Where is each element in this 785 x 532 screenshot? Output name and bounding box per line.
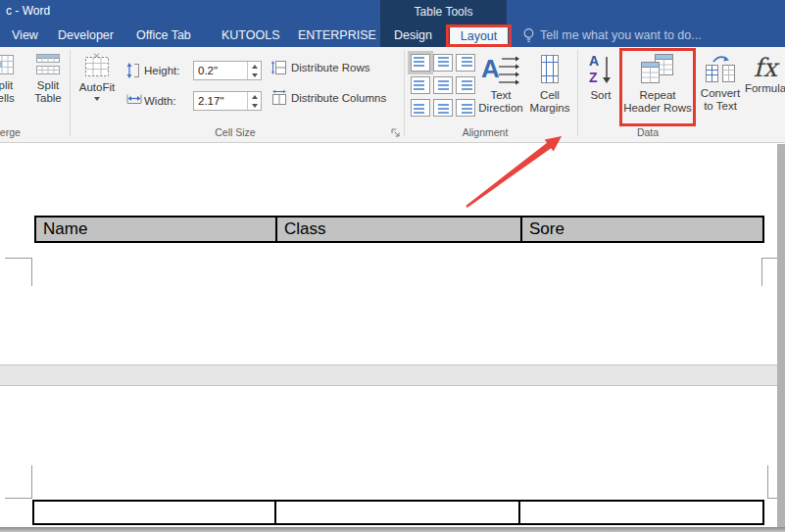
text-direction-icon: A [481, 53, 520, 86]
tab-design[interactable]: Design [394, 24, 432, 47]
table-cell[interactable]: Sore [522, 218, 762, 241]
data-group-label: Data [589, 125, 707, 139]
row-height-icon [125, 62, 141, 83]
sort-button[interactable]: A Z Sort [583, 51, 618, 135]
align-center-left-button[interactable] [411, 76, 430, 94]
table-cell[interactable]: Class [277, 218, 522, 241]
align-center-right-button[interactable] [456, 76, 475, 94]
align-top-right-button[interactable] [456, 54, 475, 72]
tab-kutools[interactable]: KUTOOLS [221, 24, 280, 47]
convert-to-text-icon [705, 53, 736, 84]
convert-to-text-button[interactable]: Convert to Text [697, 51, 744, 135]
table-tools-label: Table Tools [380, 0, 507, 22]
cell-size-group-label: Cell Size [172, 125, 299, 139]
align-bottom-center-button[interactable] [433, 99, 453, 117]
tab-view[interactable]: View [12, 24, 38, 47]
page-break-gap [0, 364, 777, 386]
height-value[interactable]: 0.2" [194, 62, 247, 79]
document-table-empty-row [32, 500, 764, 525]
width-value[interactable]: 2.17" [194, 92, 247, 110]
alignment-lines [462, 80, 472, 90]
table-cell[interactable] [520, 502, 762, 523]
word-window: c - Word Table Tools View Developer Offi… [0, 0, 785, 532]
autofit-icon [84, 53, 110, 78]
alignment-lines [462, 57, 472, 67]
table-cell[interactable] [34, 502, 276, 523]
group-separator [70, 50, 71, 136]
width-label: Width: [144, 91, 176, 111]
alignment-lines [414, 104, 424, 114]
distribute-rows-button[interactable]: Distribute Rows [271, 59, 370, 76]
height-input[interactable]: 0.2" [193, 61, 262, 80]
width-spinner [247, 92, 261, 110]
align-bottom-left-button[interactable] [411, 99, 430, 117]
width-input[interactable]: 2.17" [193, 91, 262, 111]
group-separator [577, 50, 578, 136]
tab-developer[interactable]: Developer [58, 24, 114, 47]
align-top-center-button[interactable] [433, 54, 453, 72]
svg-text:A: A [481, 54, 500, 83]
height-up-button[interactable] [248, 62, 261, 71]
height-label: Height: [144, 61, 179, 80]
text-boundary-mark [5, 258, 32, 286]
cell-margins-icon [538, 53, 562, 86]
cell-size-dialog-launcher[interactable] [391, 124, 401, 142]
document-area: Name Class Sore [0, 144, 785, 532]
tab-enterprise[interactable]: ENTERPRISE [298, 24, 376, 47]
alignment-lines [462, 104, 472, 114]
formula-button[interactable]: fx Formula [742, 51, 785, 135]
column-width-icon [125, 92, 143, 112]
split-cells-button[interactable]: Split Cells [0, 51, 27, 135]
width-up-button[interactable] [248, 92, 261, 101]
alignment-lines [438, 57, 449, 67]
table-cell[interactable] [276, 502, 520, 523]
alignment-lines [414, 57, 424, 67]
svg-text:A: A [589, 53, 599, 69]
annotation-arrow [431, 127, 588, 216]
table-cell[interactable]: Name [36, 218, 277, 241]
distribute-columns-icon [271, 90, 287, 106]
tell-me-box[interactable]: Tell me what you want to do... [540, 24, 702, 47]
autofit-dropdown-icon [94, 97, 100, 101]
split-table-button[interactable]: Split Table [25, 51, 71, 135]
align-center-button[interactable] [433, 76, 453, 94]
split-table-icon [35, 53, 61, 76]
scrollbar[interactable] [777, 144, 785, 532]
alignment-lines [438, 104, 449, 114]
svg-text:Z: Z [589, 70, 598, 85]
height-spinner [247, 62, 261, 79]
alignment-lines [438, 80, 449, 90]
annotation-box-layout-tab [446, 24, 512, 47]
height-down-button[interactable] [248, 71, 261, 79]
formula-icon: fx [742, 53, 785, 82]
distribute-columns-button[interactable]: Distribute Columns [271, 89, 386, 107]
text-direction-button[interactable]: A Text Direction [473, 51, 528, 135]
width-down-button[interactable] [248, 101, 261, 110]
text-boundary-mark [5, 465, 32, 499]
window-title: c - Word [6, 0, 50, 22]
split-cells-icon [0, 53, 15, 76]
merge-group-label: Merge [0, 125, 25, 139]
window-bottom-edge [0, 527, 785, 532]
lightbulb-icon [522, 27, 535, 48]
document-table-header-row: Name Class Sore [34, 216, 764, 243]
tab-office-tab[interactable]: Office Tab [136, 24, 191, 47]
alignment-lines [414, 80, 424, 90]
cell-margins-button[interactable]: Cell Margins [528, 51, 571, 135]
align-bottom-right-button[interactable] [456, 99, 475, 117]
group-separator [404, 50, 405, 136]
distribute-rows-icon [271, 60, 287, 75]
align-top-left-button[interactable] [411, 54, 430, 72]
sort-icon: A Z [588, 53, 613, 86]
autofit-button[interactable]: AutoFit [74, 51, 120, 135]
annotation-box-repeat-header-rows [619, 48, 696, 126]
